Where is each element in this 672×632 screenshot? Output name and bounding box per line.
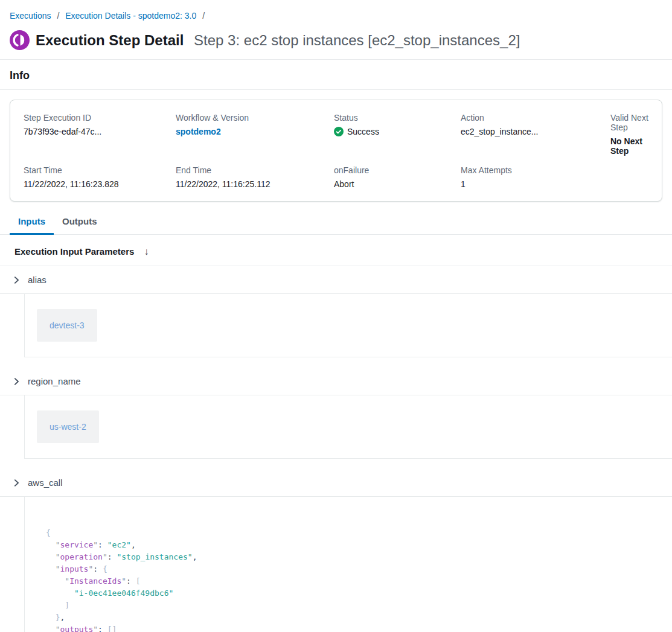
action-value: ec2_stop_instance... xyxy=(461,127,610,136)
status-text: Success xyxy=(347,127,379,136)
info-card: Step Execution ID 7b73f93e-edaf-47c... W… xyxy=(10,100,662,202)
field-valid-next-step: Valid Next Step No Next Step xyxy=(610,113,648,156)
field-max-attempts: Max Attempts 1 xyxy=(461,165,610,189)
expander-region-name-label: region_name xyxy=(28,376,81,386)
execution-input-parameters-title: Execution Input Parameters xyxy=(14,246,134,257)
page-subtitle: Step 3: ec2 stop instances [ec2_stop_ins… xyxy=(194,32,520,48)
tab-inputs[interactable]: Inputs xyxy=(10,211,54,235)
expander-alias: alias devtest-3 xyxy=(0,266,672,357)
breadcrumb-link-executions[interactable]: Executions xyxy=(10,11,51,21)
aws-call-json-code: { "service": "ec2", "operation": "stop_i… xyxy=(46,527,660,632)
expander-alias-content: devtest-3 xyxy=(24,294,672,357)
breadcrumb-separator: / xyxy=(202,11,205,21)
execution-step-detail-page: Executions / Execution Details - spotdem… xyxy=(0,11,672,632)
field-label: Step Execution ID xyxy=(24,113,176,123)
expander-alias-label: alias xyxy=(28,275,46,285)
field-label: Status xyxy=(334,113,461,123)
success-check-icon xyxy=(334,127,344,136)
tab-outputs[interactable]: Outputs xyxy=(54,211,106,235)
field-step-execution-id: Step Execution ID 7b73f93e-edaf-47c... xyxy=(24,113,176,156)
field-label: Valid Next Step xyxy=(610,113,648,132)
field-label: Action xyxy=(461,113,610,123)
page-title: Execution Step Detail xyxy=(36,32,184,48)
valid-next-step-value: No Next Step xyxy=(610,136,648,156)
alias-value-chip: devtest-3 xyxy=(37,309,97,342)
chevron-right-icon xyxy=(12,377,21,386)
expander-aws-call-content: { "service": "ec2", "operation": "stop_i… xyxy=(24,497,672,632)
divider xyxy=(0,89,672,90)
field-label: End Time xyxy=(176,165,334,175)
end-time-value: 11/22/2022, 11:16:25.112 xyxy=(176,179,334,189)
onfailure-value: Abort xyxy=(334,179,461,189)
divider xyxy=(0,59,672,60)
info-grid: Step Execution ID 7b73f93e-edaf-47c... W… xyxy=(24,113,648,189)
page-title-row: Execution Step Detail Step 3: ec2 stop i… xyxy=(36,30,520,50)
breadcrumb-separator: / xyxy=(57,11,59,21)
expander-region-name-content: us-west-2 xyxy=(24,395,672,459)
workflow-link[interactable]: spotdemo2 xyxy=(176,127,334,136)
tabs: Inputs Outputs xyxy=(0,211,672,235)
field-label: Workflow & Version xyxy=(176,113,334,123)
expander-alias-header[interactable]: alias xyxy=(0,266,672,293)
chevron-right-icon xyxy=(12,276,21,284)
step-execution-id-value: 7b73f93e-edaf-47c... xyxy=(24,127,176,136)
field-end-time: End Time 11/22/2022, 11:16:25.112 xyxy=(176,165,334,189)
expander-region-name-header[interactable]: region_name xyxy=(0,368,672,395)
info-heading: Info xyxy=(10,69,662,82)
field-label: onFailure xyxy=(334,165,461,175)
chevron-right-icon xyxy=(12,479,21,487)
max-attempts-value: 1 xyxy=(461,179,610,189)
expander-aws-call: aws_call { "service": "ec2", "operation"… xyxy=(0,469,672,632)
region-name-value-chip: us-west-2 xyxy=(37,410,99,443)
expander-aws-call-label: aws_call xyxy=(28,477,63,488)
field-start-time: Start Time 11/22/2022, 11:16:23.828 xyxy=(24,165,176,189)
status-badge: Success xyxy=(334,127,461,136)
field-workflow-version: Workflow & Version spotdemo2 xyxy=(176,113,334,156)
expander-region-name: region_name us-west-2 xyxy=(0,368,672,459)
start-time-value: 11/22/2022, 11:16:23.828 xyxy=(24,179,176,189)
down-arrow-icon[interactable]: ↓ xyxy=(144,247,149,257)
execution-input-parameters-header: Execution Input Parameters ↓ xyxy=(0,235,672,266)
breadcrumb-link-execution-details[interactable]: Execution Details - spotdemo2: 3.0 xyxy=(65,11,196,21)
field-action: Action ec2_stop_instance... xyxy=(461,113,610,156)
breadcrumb: Executions / Execution Details - spotdem… xyxy=(10,11,662,21)
field-label: Start Time xyxy=(24,165,176,175)
page-header: Execution Step Detail Step 3: ec2 stop i… xyxy=(10,30,662,50)
field-status: Status Success xyxy=(334,113,461,156)
field-onfailure: onFailure Abort xyxy=(334,165,461,189)
field-label: Max Attempts xyxy=(461,165,610,175)
spot-logo-icon xyxy=(10,30,30,50)
expander-aws-call-header[interactable]: aws_call xyxy=(0,469,672,496)
